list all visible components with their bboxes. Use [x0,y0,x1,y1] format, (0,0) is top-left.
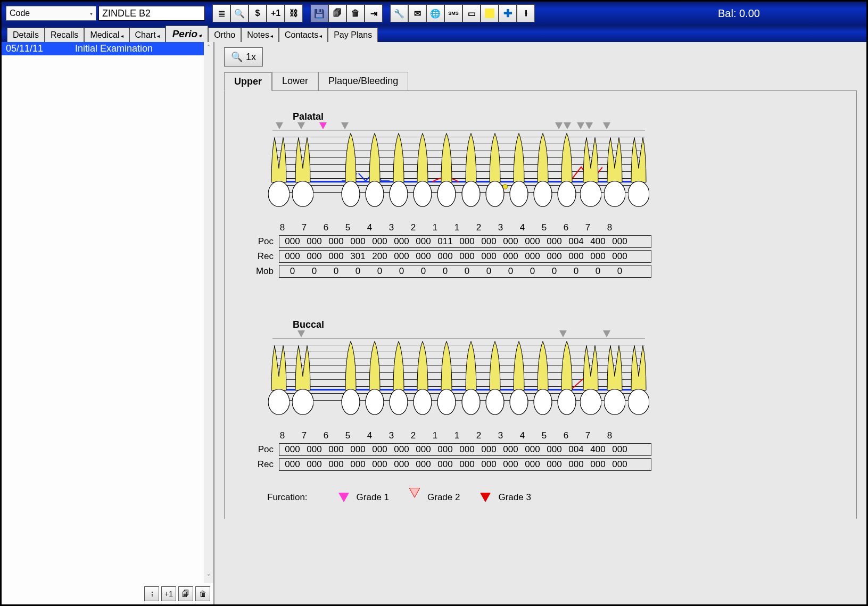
data-cell[interactable]: 0 [522,266,543,277]
data-cell[interactable]: 000 [412,459,434,470]
data-cell[interactable]: 000 [500,236,522,247]
data-cell[interactable]: 400 [587,444,609,455]
patient-search-input[interactable]: ZINDLE B2 [98,6,205,21]
tooth[interactable] [604,130,625,212]
data-cell[interactable]: 000 [282,459,303,470]
tooth[interactable] [292,338,313,420]
data-cell[interactable]: 000 [456,236,478,247]
data-cell[interactable]: 000 [303,251,325,262]
tab-payplans[interactable]: Pay Plans [328,28,378,42]
data-cell[interactable]: 0 [412,266,434,277]
subtab-lower[interactable]: Lower [272,72,318,90]
search-button[interactable]: 🔍 [230,4,249,22]
palatal-chart[interactable] [272,122,645,223]
exam-list-item[interactable]: 05/11/11 Initial Examination [2,42,213,55]
sms-button[interactable]: SMS [444,4,462,22]
tab-ortho[interactable]: Ortho [208,28,241,42]
tooth[interactable] [580,130,601,212]
plusone-mini-button[interactable]: +1 [161,586,176,601]
data-cell[interactable]: 004 [565,444,587,455]
data-cell[interactable]: 004 [565,236,587,247]
tools-button[interactable]: 🔧 [390,4,408,22]
tooth[interactable] [340,130,361,212]
data-cell[interactable]: 000 [412,251,434,262]
data-cell[interactable]: 000 [325,459,347,470]
delete-button[interactable]: 🗑 [346,4,365,22]
tooth[interactable] [556,338,577,420]
palatal-mob-row[interactable]: 0000000000000000 [279,265,651,278]
data-cell[interactable]: 000 [478,444,500,455]
subtab-plaque[interactable]: Plaque/Bleeding [318,72,408,90]
data-cell[interactable]: 000 [543,459,565,470]
data-cell[interactable]: 000 [543,236,565,247]
data-cell[interactable]: 000 [609,444,631,455]
code-dropdown[interactable]: Code ▾ [6,6,96,21]
palatal-rec-row[interactable]: 0000000003012000000000000000000000000000… [279,250,651,263]
zoom-button[interactable]: 🔍 1x [224,47,263,67]
tooth[interactable] [556,130,577,212]
data-cell[interactable]: 0 [456,266,478,277]
data-cell[interactable]: 000 [609,251,631,262]
data-cell[interactable]: 000 [282,444,303,455]
data-cell[interactable]: 000 [478,459,500,470]
tooth[interactable] [292,130,313,212]
buccal-chart[interactable] [272,330,645,431]
data-cell[interactable]: 0 [543,266,565,277]
buccal-rec-row[interactable]: 0000000000000000000000000000000000000000… [279,458,651,471]
data-cell[interactable]: 000 [587,459,609,470]
tooth[interactable] [628,338,649,420]
tooth[interactable] [532,130,553,212]
tooth[interactable] [508,130,530,212]
data-cell[interactable]: 0 [587,266,609,277]
data-cell[interactable]: 000 [391,251,412,262]
data-cell[interactable]: 0 [325,266,347,277]
data-cell[interactable]: 0 [434,266,456,277]
data-cell[interactable]: 0 [369,266,391,277]
tooth[interactable] [508,338,530,420]
data-cell[interactable]: 000 [347,444,369,455]
copy-button[interactable]: 🗐 [328,4,346,22]
data-cell[interactable]: 400 [587,236,609,247]
data-cell[interactable]: 000 [522,444,543,455]
tab-perio[interactable]: Perio◂ [166,26,209,42]
tab-recalls[interactable]: Recalls [45,28,84,42]
tooth[interactable] [436,338,457,420]
data-cell[interactable]: 000 [325,251,347,262]
data-cell[interactable]: 000 [391,236,412,247]
data-cell[interactable]: 0 [478,266,500,277]
data-cell[interactable]: 000 [456,459,478,470]
data-cell[interactable]: 0 [303,266,325,277]
delete-mini-button[interactable]: 🗑 [195,586,210,601]
health-button[interactable]: ✚ [499,4,517,22]
data-cell[interactable]: 301 [347,251,369,262]
data-cell[interactable]: 000 [565,251,587,262]
data-cell[interactable]: 000 [369,444,391,455]
data-cell[interactable]: 000 [434,459,456,470]
plus-one-button[interactable]: +1 [267,4,285,22]
palatal-poc-row[interactable]: 0000000000000000000000110000000000000000… [279,235,651,248]
data-cell[interactable]: 000 [325,236,347,247]
tooth[interactable] [580,338,601,420]
tab-notes[interactable]: Notes◂ [241,28,279,42]
data-cell[interactable]: 000 [609,459,631,470]
data-cell[interactable]: 000 [500,444,522,455]
data-cell[interactable]: 000 [391,444,412,455]
data-cell[interactable]: 0 [500,266,522,277]
tooth[interactable] [364,130,385,212]
tab-medical[interactable]: Medical◂ [84,28,129,42]
note-button[interactable] [481,4,499,22]
data-cell[interactable]: 0 [347,266,369,277]
data-cell[interactable]: 0 [391,266,412,277]
data-cell[interactable]: 000 [412,236,434,247]
data-cell[interactable]: 000 [522,236,543,247]
tooth[interactable] [268,338,290,420]
tooth[interactable] [388,130,409,212]
data-cell[interactable]: 000 [434,444,456,455]
data-cell[interactable]: 000 [478,236,500,247]
tooth[interactable] [412,338,433,420]
tab-contacts[interactable]: Contacts◂ [279,28,328,42]
data-cell[interactable]: 000 [325,444,347,455]
hash-button[interactable]: ⫲ [517,4,535,22]
tooth[interactable] [460,338,482,420]
data-cell[interactable]: 000 [347,459,369,470]
